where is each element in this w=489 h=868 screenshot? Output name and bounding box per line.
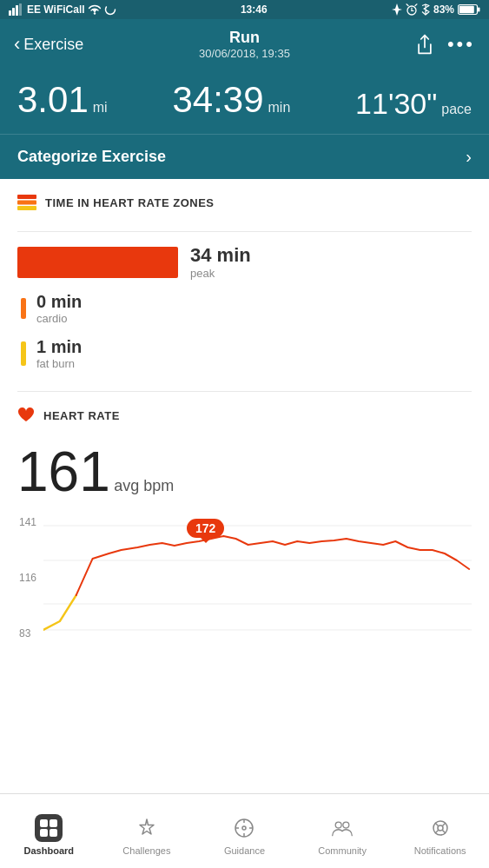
svg-rect-0 (9, 10, 11, 16)
svg-point-4 (93, 12, 95, 14)
alarm-icon (406, 3, 418, 16)
nav-guidance[interactable]: Guidance (195, 794, 294, 868)
nav-guidance-label: Guidance (224, 845, 265, 856)
svg-line-10 (415, 4, 417, 6)
chart-tooltip: 172 (187, 519, 224, 538)
run-date: 30/06/2018, 19:35 (101, 47, 388, 60)
distance-stat: 3.01 mi (17, 82, 108, 118)
signal-icon (9, 3, 24, 16)
carrier-text: EE WiFiCall (27, 3, 85, 16)
challenges-icon-wrap (133, 814, 161, 842)
status-time: 13:46 (241, 3, 268, 16)
categorize-exercise-row[interactable]: Categorize Exercise › (0, 134, 489, 179)
battery-text: 83% (433, 3, 454, 16)
svg-rect-16 (17, 195, 36, 199)
status-bar: EE WiFiCall 13:46 (0, 0, 489, 19)
dashboard-icon-wrap (35, 814, 63, 842)
svg-line-37 (435, 823, 439, 826)
zone-fatburn-name: fat burn (36, 357, 82, 370)
zones-icon (17, 195, 36, 210)
hr-section-title: HEART RATE (43, 409, 120, 422)
zone-peak-row: 34 min peak (17, 244, 472, 280)
nav-dashboard-label: Dashboard (24, 845, 74, 856)
zones-bars-icon (17, 195, 36, 210)
back-label: Exercise (23, 36, 83, 54)
zone-peak-label: 34 min peak (190, 244, 251, 280)
pace-value: 11'30" (355, 89, 437, 118)
svg-line-38 (442, 823, 446, 826)
back-button[interactable]: ‹ Exercise (14, 33, 101, 56)
zone-cardio-row: 0 min cardio (17, 292, 472, 325)
svg-line-9 (406, 4, 408, 6)
zones-section-title: TIME IN HEART RATE ZONES (45, 196, 214, 209)
guidance-icon-wrap (230, 814, 258, 842)
content-section: TIME IN HEART RATE ZONES 34 min peak 0 m… (0, 179, 489, 665)
svg-rect-17 (17, 201, 36, 205)
community-icon (331, 817, 354, 839)
svg-line-12 (422, 4, 426, 6)
header: ‹ Exercise Run 30/06/2018, 19:35 ••• (0, 19, 489, 70)
back-chevron-icon: ‹ (14, 33, 20, 56)
categorize-label: Categorize Exercise (17, 148, 166, 166)
zone-peak-name: peak (190, 267, 251, 280)
chart-label-83: 83 (17, 628, 36, 639)
chart-y-labels: 141 116 83 (17, 517, 36, 639)
zone-peak-bar (17, 247, 178, 278)
chart-svg (43, 517, 472, 639)
pace-stat: 11'30" pace (355, 89, 472, 118)
zone-fatburn-text: 1 min fat burn (36, 337, 82, 370)
hr-avg-unit: avg bpm (114, 477, 174, 494)
hr-avg-value: 161 (17, 441, 110, 503)
nav-notifications-label: Notifications (414, 845, 466, 856)
svg-point-36 (438, 825, 443, 831)
zone-fatburn-row: 1 min fat burn (17, 337, 472, 370)
challenges-icon (135, 817, 158, 839)
svg-rect-23 (40, 819, 48, 827)
community-icon-wrap (328, 814, 356, 842)
bluetooth-icon (421, 3, 430, 16)
stats-bar: 3.01 mi 34:39 min 11'30" pace (0, 70, 489, 134)
heart-rate-section: HEART RATE (0, 392, 489, 439)
svg-rect-15 (459, 6, 474, 13)
svg-rect-1 (12, 8, 15, 16)
svg-rect-26 (50, 829, 57, 837)
zones-data: 34 min peak 0 min cardio 1 min fat burn (0, 232, 489, 391)
svg-rect-2 (16, 5, 18, 16)
zones-section-header: TIME IN HEART RATE ZONES (17, 195, 472, 210)
svg-rect-3 (19, 3, 22, 16)
header-actions: ••• (388, 33, 475, 56)
duration-unit: min (268, 100, 291, 116)
dashboard-icon (37, 817, 60, 839)
svg-line-40 (442, 830, 446, 833)
share-icon[interactable] (414, 34, 435, 55)
run-title: Run (101, 29, 388, 47)
notifications-icon (429, 817, 452, 839)
nav-challenges-label: Challenges (122, 845, 170, 856)
status-right: 83% (392, 3, 480, 16)
nav-community-label: Community (318, 845, 367, 856)
svg-rect-14 (478, 8, 480, 12)
svg-rect-24 (50, 819, 57, 827)
duration-value: 34:39 (172, 82, 263, 118)
location-icon (392, 3, 402, 16)
svg-rect-18 (17, 206, 36, 210)
more-options-icon[interactable]: ••• (447, 33, 475, 56)
pace-unit: pace (441, 102, 472, 117)
zone-fatburn-value: 1 min (36, 337, 82, 357)
wifi-icon (88, 4, 102, 15)
svg-point-28 (242, 826, 246, 830)
zone-cardio-value: 0 min (36, 292, 82, 312)
zone-peak-value: 34 min (190, 244, 251, 267)
heart-rate-chart: 141 116 83 172 (0, 508, 489, 665)
nav-community[interactable]: Community (294, 794, 392, 868)
duration-stat: 34:39 min (172, 82, 290, 118)
nav-dashboard[interactable]: Dashboard (0, 794, 98, 868)
hr-section-header: HEART RATE (17, 407, 472, 423)
nav-challenges[interactable]: Challenges (98, 794, 196, 868)
heart-icon (17, 407, 35, 423)
svg-point-5 (105, 5, 115, 15)
header-title: Run 30/06/2018, 19:35 (101, 29, 388, 60)
categorize-chevron-icon: › (466, 147, 472, 167)
hr-value-row: 161 avg bpm (0, 439, 489, 508)
nav-notifications[interactable]: Notifications (391, 794, 489, 868)
